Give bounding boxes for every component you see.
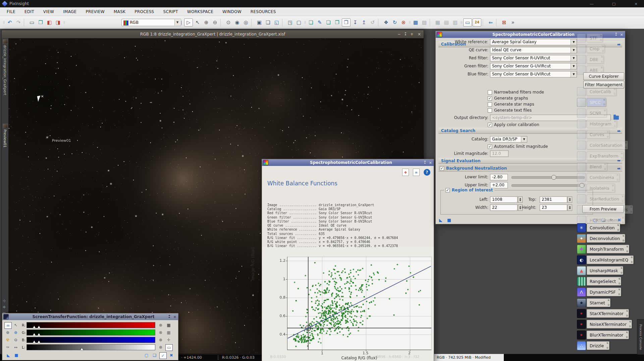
separator[interactable]: [24, 18, 26, 26]
process-item[interactable]: Histogram N D: [577, 119, 633, 128]
stf-handle[interactable]: [38, 341, 40, 343]
roi-height-field[interactable]: 23: [540, 204, 567, 211]
stf-titlebar[interactable]: ScreenTransferFunction: drizzle_integrat…: [2, 313, 178, 320]
show-mask-button[interactable]: ▩: [412, 19, 420, 26]
process-item[interactable]: ∴ Drizzle N D: [577, 341, 634, 350]
color-management-button[interactable]: ◧: [45, 19, 53, 26]
toolbar-grip[interactable]: ⣿: [304, 19, 306, 26]
separator[interactable]: [496, 18, 499, 26]
duplicate-selection-button[interactable]: ❏: [264, 19, 272, 26]
process-item[interactable]: ✚ MorphTransform N D: [577, 245, 634, 253]
toolbar-grip[interactable]: ⣿: [408, 19, 411, 26]
edit-green-icon[interactable]: ▦: [165, 329, 172, 336]
export-text-icon[interactable]: ≡: [413, 169, 420, 176]
pointer-tool-button[interactable]: ↖: [194, 19, 202, 26]
zoom-contract-icon[interactable]: ✖: [168, 352, 175, 358]
menu-item[interactable]: PREVIEW: [86, 9, 105, 14]
edit-identifier-button[interactable]: ▭: [28, 19, 36, 26]
apply-global-icon[interactable]: ■: [447, 218, 451, 223]
process-item[interactable]: StarReduction N D: [577, 194, 633, 203]
curve-explorer-button[interactable]: Curve Explorer: [583, 72, 624, 80]
edit-red-icon[interactable]: ▦: [165, 322, 172, 328]
checkbox-icon[interactable]: [488, 102, 492, 107]
preview-mode-button[interactable]: ❒: [342, 18, 351, 26]
reset-red-icon[interactable]: ⊗: [157, 322, 164, 328]
abort-button[interactable]: ⊗: [399, 19, 408, 26]
stf-blue-bar[interactable]: [26, 337, 155, 343]
crosshair-icon[interactable]: ⊹: [3, 299, 6, 303]
menu-item[interactable]: MASK: [114, 9, 125, 14]
process-item[interactable]: Curves N D: [577, 130, 633, 139]
icc-profile-button[interactable]: ◨: [54, 19, 62, 26]
stf-close-button[interactable]: ×: [173, 315, 176, 319]
spinner-icon[interactable]: ▲▼: [568, 204, 572, 211]
upper-limit-slider[interactable]: [512, 184, 585, 187]
lower-limit-slider[interactable]: [512, 176, 585, 179]
zoom-plus-icon[interactable]: ⊕: [12, 329, 19, 336]
stf-handle[interactable]: [38, 333, 40, 336]
app-maximize-button[interactable]: ▢: [610, 2, 617, 6]
spinner-icon[interactable]: ▲▼: [568, 196, 572, 203]
lower-limit-field[interactable]: -2.80: [490, 174, 508, 180]
screen-transfer-button[interactable]: ▭: [463, 18, 472, 26]
app-minimize-button[interactable]: ―: [588, 2, 595, 6]
screen-icon[interactable]: ▭: [165, 344, 173, 351]
toolbar-grip[interactable]: ⣿: [63, 19, 65, 26]
undo-button[interactable]: ↶: [6, 19, 14, 26]
field-combo[interactable]: Sony Color Sensor B-UVIRcut: [490, 71, 577, 77]
checkbox-icon[interactable]: [488, 96, 492, 101]
new-preview-button[interactable]: ❏: [307, 19, 315, 26]
process-item[interactable]: Blend N D: [577, 162, 633, 171]
menu-item[interactable]: FILE: [7, 9, 15, 14]
field-combo[interactable]: Ideal QE curve: [490, 47, 577, 53]
process-item[interactable]: ✴ NoiseXTerminator N D: [577, 320, 634, 328]
setup-wrench-icon[interactable]: ✑: [4, 344, 11, 350]
new-instance-icon[interactable]: ❏: [151, 352, 158, 358]
apply-global-icon[interactable]: ■: [13, 352, 20, 358]
auto-limit-checkbox[interactable]: Automatic limit magnitude: [488, 144, 548, 149]
separator[interactable]: [282, 18, 285, 26]
process-item[interactable]: RangeSelect N D: [577, 277, 634, 286]
menu-item[interactable]: PROCESS: [135, 9, 154, 14]
close-all-button[interactable]: ⊠: [500, 19, 508, 26]
zoom-out-icon[interactable]: ⊖: [12, 337, 19, 343]
stf-green-bar[interactable]: [26, 329, 155, 336]
catalog-combo[interactable]: Gaia DR3/SP: [490, 136, 527, 142]
menu-item[interactable]: IMAGE: [63, 9, 76, 14]
select-mask-button[interactable]: ▥: [451, 19, 459, 26]
menu-item[interactable]: SCRIPT: [163, 9, 178, 14]
remove-mask-button[interactable]: ▨: [420, 19, 428, 26]
fit-view-button[interactable]: ▢: [295, 19, 303, 26]
image-window-titlebar[interactable]: RGB 1:8 drizzle_integration_GraXpert | d…: [2, 30, 424, 38]
dock-window-button[interactable]: ⇐: [487, 19, 495, 26]
wb-close-button[interactable]: ×: [429, 161, 432, 165]
separator[interactable]: [378, 18, 381, 26]
process-console-tab[interactable]: Process Console: [637, 319, 644, 355]
process-item[interactable]: ★ Starnet N D: [577, 298, 634, 307]
link-rgb-icon[interactable]: ∞: [4, 322, 12, 329]
stf-shade-button[interactable]: ▴: [169, 315, 170, 318]
stf-handle[interactable]: [33, 341, 36, 343]
reset-blue-icon[interactable]: ⊗: [157, 337, 164, 343]
checkbox-icon[interactable]: [488, 123, 492, 127]
checkbox-icon[interactable]: [488, 144, 492, 149]
separator[interactable]: [430, 18, 432, 26]
process-item[interactable]: ◐ LocalHistogramEQ N D: [577, 255, 634, 264]
realtime-preview-icon[interactable]: ▢: [143, 352, 150, 358]
view-tab-main[interactable]: drizzle_integration_GraXpert: [2, 38, 8, 122]
stf-red-bar[interactable]: [26, 322, 155, 328]
separator[interactable]: [251, 18, 254, 26]
zoom-in-icon[interactable]: ⊕: [4, 329, 11, 336]
boost-icon[interactable]: ☢: [4, 337, 11, 343]
select-all-button[interactable]: ▣: [255, 19, 263, 26]
menu-item[interactable]: RESOURCES: [251, 9, 276, 14]
filter-management-button[interactable]: Filter Management: [583, 81, 624, 88]
zoom-out-button[interactable]: ⊖: [211, 19, 219, 26]
field-combo[interactable]: Sony Color Sensor R-UVIRcut: [490, 55, 577, 61]
display-channel-selector[interactable]: RGB: [121, 19, 181, 26]
process-item[interactable]: ▲ UnsharpMask N D: [577, 266, 634, 275]
process-settings-button[interactable]: ❖: [382, 19, 390, 26]
roi-checkbox[interactable]: Region of Interest: [444, 187, 494, 193]
stf-handle[interactable]: [38, 326, 40, 328]
edit-blue-icon[interactable]: ✛: [165, 337, 172, 343]
